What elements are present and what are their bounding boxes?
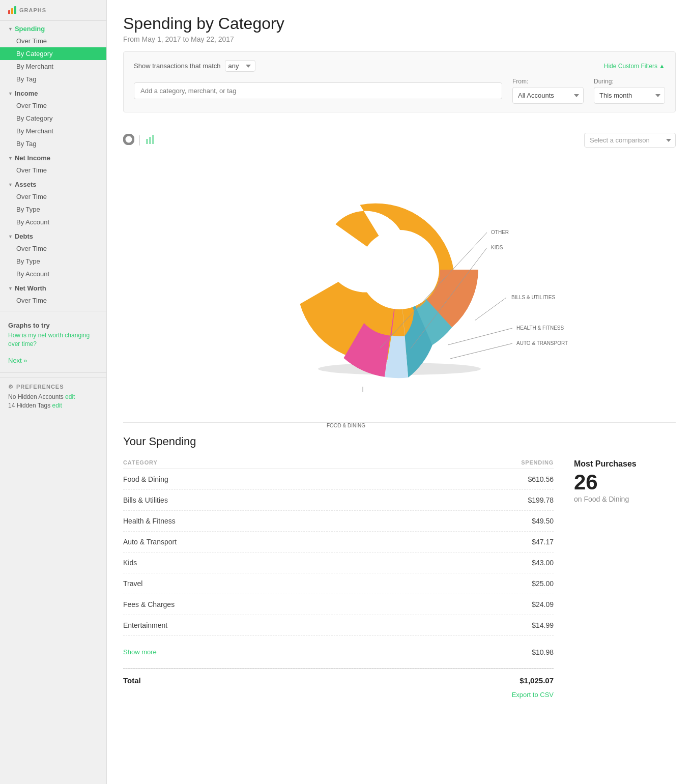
gear-icon: ⚙ bbox=[8, 384, 14, 390]
sidebar-item-income-by-merchant[interactable]: By Merchant bbox=[0, 125, 106, 137]
chart-area: Select a comparison bbox=[123, 125, 676, 410]
sidebar-graphs-try: Graphs to try How is my net worth changi… bbox=[0, 315, 106, 355]
sidebar-group-assets-label: Assets bbox=[15, 181, 37, 188]
arrow-icon: ▼ bbox=[8, 91, 13, 96]
preferences-title: ⚙ PREFERENCES bbox=[8, 384, 98, 390]
label-kids: KIDS bbox=[491, 245, 503, 250]
comparison-select-wrap: Select a comparison bbox=[584, 133, 676, 148]
category-name: Entertainment bbox=[123, 621, 167, 629]
sidebar-item-spending-by-merchant[interactable]: By Merchant bbox=[0, 60, 106, 73]
sidebar: GRAPHS ▼ Spending Over Time By Category … bbox=[0, 0, 107, 784]
donut-chart-svg: FOOD & DINING BILLS & UTILITIES HEALTH &… bbox=[267, 168, 532, 382]
category-amount: $199.78 bbox=[528, 496, 554, 504]
sidebar-group-net-income-label: Net Income bbox=[15, 154, 50, 162]
sidebar-item-debts-by-account[interactable]: By Account bbox=[0, 268, 106, 280]
spending-section: Your Spending CATEGORY SPENDING Food & D… bbox=[123, 422, 676, 711]
sidebar-group-net-income[interactable]: ▼ Net Income bbox=[0, 150, 106, 164]
hide-filters-link[interactable]: Hide Custom Filters ▲ bbox=[604, 63, 665, 70]
total-label: Total bbox=[123, 676, 141, 685]
sidebar-group-income-label: Income bbox=[15, 90, 38, 97]
filter-match-row: Show transactions that match any all bbox=[134, 60, 255, 72]
page-subtitle: From May 1, 2017 to May 22, 2017 bbox=[123, 35, 676, 43]
sidebar-item-debts-by-type[interactable]: By Type bbox=[0, 255, 106, 268]
category-name: Auto & Transport bbox=[123, 538, 177, 546]
donut-chart-button[interactable] bbox=[123, 134, 134, 147]
svg-rect-4 bbox=[152, 135, 154, 144]
sidebar-item-net-income-over-time[interactable]: Over Time bbox=[0, 164, 106, 177]
sidebar-item-spending-over-time[interactable]: Over Time bbox=[0, 35, 106, 47]
label-line-auto bbox=[450, 343, 512, 359]
sidebar-divider bbox=[0, 311, 106, 311]
table-row: Entertainment$14.99 bbox=[123, 615, 554, 636]
filter-input-wrap bbox=[134, 82, 502, 99]
sidebar-item-spending-by-tag[interactable]: By Tag bbox=[0, 73, 106, 85]
export-csv-link[interactable]: Export to CSV bbox=[123, 691, 554, 699]
label-line-bills bbox=[475, 298, 506, 321]
hidden-accounts-edit-link[interactable]: edit bbox=[65, 393, 75, 400]
hidden-tags-item: 14 Hidden Tags edit bbox=[8, 402, 98, 409]
sidebar-preferences: ⚙ PREFERENCES No Hidden Accounts edit 14… bbox=[0, 377, 106, 417]
during-select[interactable]: This month Last month Last 3 months This… bbox=[594, 87, 665, 104]
hidden-tags-edit-link[interactable]: edit bbox=[52, 402, 62, 409]
arrow-icon: ▼ bbox=[8, 182, 13, 187]
sidebar-section-net-income: ▼ Net Income Over Time bbox=[0, 150, 106, 177]
label-auto-transport: AUTO & TRANSPORT bbox=[516, 340, 568, 346]
sidebar-divider-2 bbox=[0, 372, 106, 373]
sidebar-item-income-over-time[interactable]: Over Time bbox=[0, 99, 106, 112]
filter-row: From: All Accounts Checking Savings Cred… bbox=[134, 78, 665, 104]
sidebar-item-assets-by-account[interactable]: By Account bbox=[0, 216, 106, 228]
sidebar-next-button[interactable]: Next » bbox=[0, 355, 106, 368]
filter-match-select[interactable]: any all bbox=[225, 60, 255, 72]
arrow-icon: ▼ bbox=[8, 286, 13, 291]
filter-match-label: Show transactions that match bbox=[134, 62, 221, 70]
col-spending-header: SPENDING bbox=[521, 459, 554, 466]
sidebar-item-net-worth-over-time[interactable]: Over Time bbox=[0, 294, 106, 307]
arrow-icon: ▼ bbox=[8, 156, 13, 161]
table-row: Food & Dining$610.56 bbox=[123, 469, 554, 490]
sidebar-item-assets-over-time[interactable]: Over Time bbox=[0, 190, 106, 203]
table-row: Bills & Utilities$199.78 bbox=[123, 490, 554, 511]
category-amount: $25.00 bbox=[532, 579, 554, 588]
sidebar-item-income-by-tag[interactable]: By Tag bbox=[0, 137, 106, 150]
sidebar-section-spending: ▼ Spending Over Time By Category By Merc… bbox=[0, 21, 106, 85]
sidebar-item-spending-by-category[interactable]: By Category bbox=[0, 47, 106, 60]
sidebar-group-debts[interactable]: ▼ Debts bbox=[0, 228, 106, 242]
svg-rect-3 bbox=[149, 137, 151, 144]
sidebar-group-net-worth-label: Net Worth bbox=[15, 284, 46, 292]
sidebar-item-assets-by-type[interactable]: By Type bbox=[0, 203, 106, 216]
comparison-select[interactable]: Select a comparison bbox=[584, 133, 676, 148]
during-label: During: bbox=[594, 78, 665, 85]
filter-input[interactable] bbox=[134, 82, 502, 99]
sidebar-item-income-by-category[interactable]: By Category bbox=[0, 112, 106, 125]
graphs-to-try-link[interactable]: How is my net worth changing over time? bbox=[8, 331, 98, 349]
sidebar-group-spending[interactable]: ▼ Spending bbox=[0, 21, 106, 35]
most-purchases-panel: Most Purchases 26 on Food & Dining bbox=[574, 435, 676, 699]
chevron-up-icon: ▲ bbox=[659, 63, 665, 70]
label-line-health bbox=[448, 328, 512, 345]
logo-text: GRAPHS bbox=[19, 7, 46, 13]
sidebar-group-income[interactable]: ▼ Income bbox=[0, 85, 106, 99]
page-title: Spending by Category bbox=[123, 14, 676, 33]
filter-bar: Show transactions that match any all Hid… bbox=[123, 51, 676, 112]
show-more-link[interactable]: Show more bbox=[123, 642, 157, 662]
sidebar-item-debts-over-time[interactable]: Over Time bbox=[0, 242, 106, 255]
sidebar-group-net-worth[interactable]: ▼ Net Worth bbox=[0, 280, 106, 294]
arrow-icon: ▼ bbox=[8, 26, 13, 32]
sidebar-group-assets[interactable]: ▼ Assets bbox=[0, 177, 106, 190]
chart-type-buttons bbox=[123, 134, 156, 147]
graphs-to-try-title: Graphs to try bbox=[8, 322, 98, 329]
bar-chart-button[interactable] bbox=[145, 134, 156, 147]
from-select[interactable]: All Accounts Checking Savings Credit Car… bbox=[512, 87, 584, 104]
arrow-icon: ▼ bbox=[8, 234, 13, 239]
category-name: Food & Dining bbox=[123, 475, 168, 483]
spending-rows: Food & Dining$610.56Bills & Utilities$19… bbox=[123, 469, 554, 636]
filter-bar-top: Show transactions that match any all Hid… bbox=[134, 60, 665, 72]
table-row: Fees & Charges$24.09 bbox=[123, 594, 554, 615]
spending-title: Your Spending bbox=[123, 435, 554, 448]
main-content: Spending by Category From May 1, 2017 to… bbox=[107, 0, 692, 784]
table-row: Travel$25.00 bbox=[123, 573, 554, 594]
label-health-fitness: HEALTH & FITNESS bbox=[516, 325, 564, 331]
category-amount: $24.09 bbox=[532, 600, 554, 608]
total-amount: $1,025.07 bbox=[520, 676, 554, 685]
filter-during: During: This month Last month Last 3 mon… bbox=[594, 78, 665, 104]
